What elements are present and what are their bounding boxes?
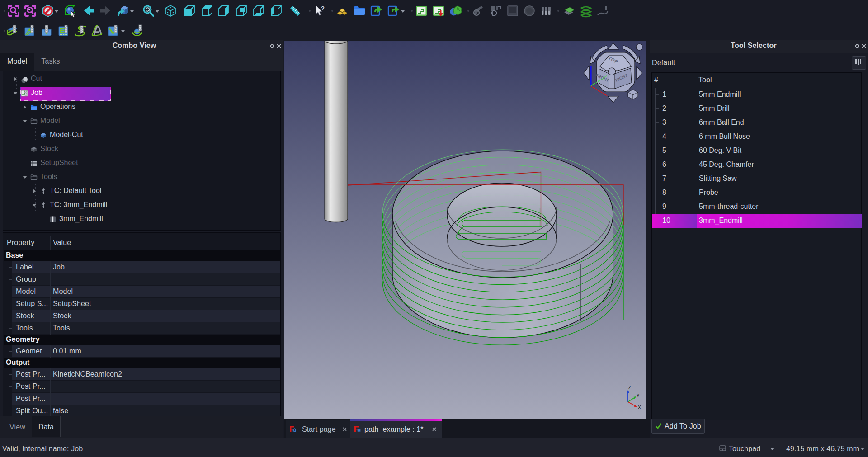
svg-text:?: ? [321,5,325,12]
svg-text:X: X [638,405,641,410]
svg-text:Y: Y [637,393,640,398]
svg-text:Z: Z [628,385,631,390]
